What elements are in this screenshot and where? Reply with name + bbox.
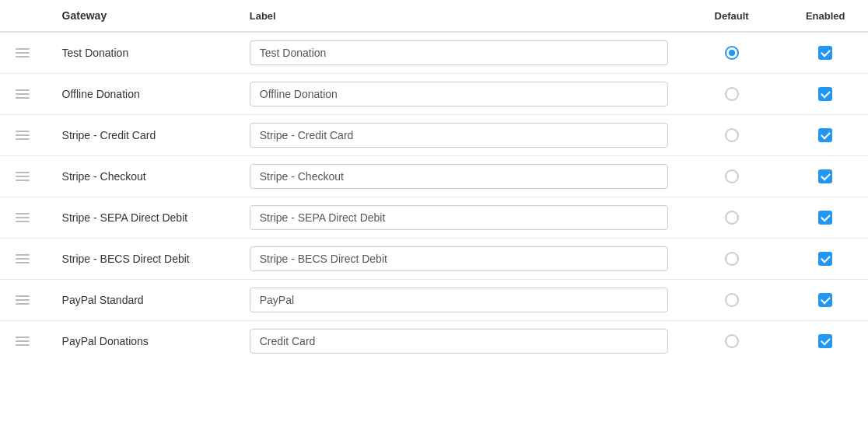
drag-handle[interactable]	[0, 32, 50, 74]
enabled-checkbox[interactable]	[818, 211, 832, 225]
label-input[interactable]	[250, 164, 668, 189]
enabled-cell	[782, 32, 868, 74]
label-input[interactable]	[250, 40, 668, 65]
drag-handle[interactable]	[0, 280, 50, 321]
drag-handle[interactable]	[0, 74, 50, 115]
default-radio[interactable]	[725, 211, 739, 225]
table-row: Stripe - BECS Direct Debit	[0, 239, 868, 280]
enabled-checkbox[interactable]	[818, 252, 832, 266]
enabled-checkbox[interactable]	[818, 169, 832, 183]
drag-icon	[12, 127, 37, 143]
table-header-row: Gateway Label Default Enabled	[0, 0, 868, 32]
drag-icon	[12, 210, 37, 225]
drag-handle[interactable]	[0, 239, 50, 280]
default-radio[interactable]	[725, 128, 739, 142]
drag-handle[interactable]	[0, 156, 50, 197]
drag-icon	[12, 169, 37, 184]
enabled-checkbox[interactable]	[818, 128, 832, 142]
drag-handle[interactable]	[0, 115, 50, 156]
enabled-checkbox[interactable]	[818, 87, 832, 101]
drag-icon	[12, 333, 37, 349]
col-gateway-header: Gateway	[50, 0, 237, 32]
gateway-name: Test Donation	[50, 32, 237, 74]
label-input[interactable]	[250, 205, 668, 230]
table-row: Offline Donation	[0, 74, 868, 115]
enabled-cell	[782, 321, 868, 362]
label-input[interactable]	[250, 329, 668, 354]
default-radio[interactable]	[725, 293, 739, 307]
default-cell	[681, 197, 783, 239]
col-default-header: Default	[681, 0, 783, 32]
default-radio[interactable]	[725, 334, 739, 348]
gateway-name: Stripe - SEPA Direct Debit	[50, 197, 237, 239]
drag-icon	[12, 86, 37, 102]
table-row: Test Donation	[0, 32, 868, 74]
gateway-name: Offline Donation	[50, 74, 237, 115]
enabled-cell	[782, 115, 868, 156]
drag-handle[interactable]	[0, 197, 50, 239]
default-cell	[681, 239, 783, 280]
drag-icon	[12, 45, 37, 61]
label-cell	[237, 74, 681, 115]
label-cell	[237, 280, 681, 321]
label-cell	[237, 156, 681, 197]
drag-icon	[12, 251, 37, 267]
gateway-name: Stripe - Checkout	[50, 156, 237, 197]
default-cell	[681, 115, 783, 156]
col-label-header: Label	[237, 0, 681, 32]
table-row: Stripe - Credit Card	[0, 115, 868, 156]
enabled-checkbox[interactable]	[818, 334, 832, 348]
label-cell	[237, 321, 681, 362]
label-cell	[237, 197, 681, 239]
enabled-checkbox[interactable]	[818, 46, 832, 60]
label-cell	[237, 115, 681, 156]
gateway-name: Stripe - Credit Card	[50, 115, 237, 156]
gateway-name: PayPal Standard	[50, 280, 237, 321]
default-radio[interactable]	[725, 252, 739, 266]
default-cell	[681, 74, 783, 115]
label-input[interactable]	[250, 288, 668, 312]
enabled-cell	[782, 239, 868, 280]
drag-handle[interactable]	[0, 321, 50, 362]
default-cell	[681, 156, 783, 197]
default-cell	[681, 321, 783, 362]
table-row: PayPal Standard	[0, 280, 868, 321]
gateway-settings-table: Gateway Label Default Enabled Test Donat…	[0, 0, 868, 422]
label-input[interactable]	[250, 82, 668, 106]
default-radio[interactable]	[725, 169, 739, 183]
label-input[interactable]	[250, 246, 668, 271]
table-row: Stripe - Checkout	[0, 156, 868, 197]
gateway-name: PayPal Donations	[50, 321, 237, 362]
drag-icon	[12, 292, 37, 308]
enabled-cell	[782, 280, 868, 321]
default-radio[interactable]	[725, 46, 739, 60]
label-cell	[237, 32, 681, 74]
gateway-name: Stripe - BECS Direct Debit	[50, 239, 237, 280]
enabled-cell	[782, 74, 868, 115]
table-row: Stripe - SEPA Direct Debit	[0, 197, 868, 239]
label-input[interactable]	[250, 123, 668, 148]
col-enabled-header: Enabled	[782, 0, 868, 32]
table-row: PayPal Donations	[0, 321, 868, 362]
col-drag-header	[0, 0, 50, 32]
default-cell	[681, 32, 783, 74]
label-cell	[237, 239, 681, 280]
enabled-checkbox[interactable]	[818, 293, 832, 307]
enabled-cell	[782, 197, 868, 239]
default-cell	[681, 280, 783, 321]
default-radio[interactable]	[725, 87, 739, 101]
enabled-cell	[782, 156, 868, 197]
